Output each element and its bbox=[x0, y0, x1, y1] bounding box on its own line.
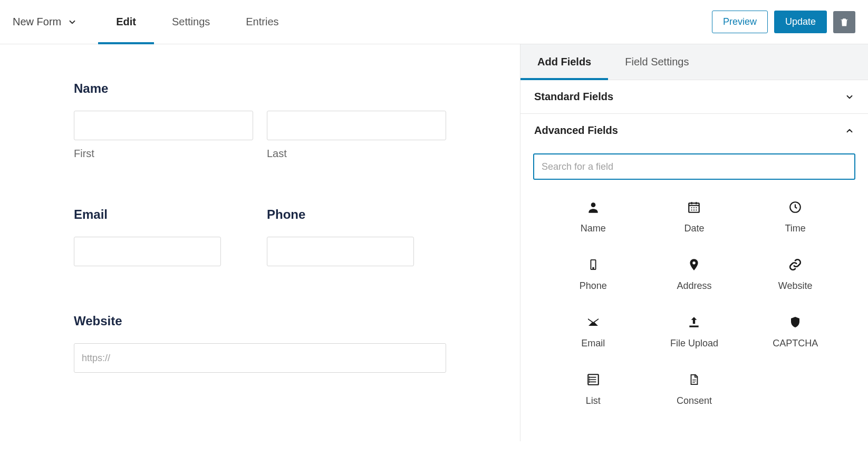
accordion-advanced-fields[interactable]: Advanced Fields bbox=[520, 114, 868, 147]
field-type-label: List bbox=[586, 395, 601, 406]
svg-point-6 bbox=[693, 209, 695, 210]
preview-button[interactable]: Preview bbox=[712, 11, 768, 33]
sidebar-tab-field-settings[interactable]: Field Settings bbox=[608, 44, 706, 80]
upload-icon bbox=[687, 315, 701, 330]
field-type-date[interactable]: Date bbox=[646, 190, 743, 244]
field-email[interactable]: Email bbox=[74, 207, 253, 266]
field-type-email[interactable]: Email bbox=[545, 305, 642, 359]
last-name-input[interactable] bbox=[267, 111, 446, 140]
field-website[interactable]: Website bbox=[74, 314, 446, 373]
clock-icon bbox=[788, 200, 803, 215]
tab-edit[interactable]: Edit bbox=[98, 0, 154, 44]
field-type-consent[interactable]: Consent bbox=[646, 363, 743, 416]
field-type-name[interactable]: Name bbox=[545, 190, 642, 244]
sidebar: Add Fields Field Settings Standard Field… bbox=[520, 44, 868, 441]
chevron-down-icon bbox=[845, 92, 854, 102]
update-button[interactable]: Update bbox=[774, 11, 827, 33]
chevron-down-icon bbox=[67, 17, 77, 27]
field-label: Phone bbox=[267, 207, 446, 222]
trash-icon bbox=[839, 17, 850, 27]
website-input[interactable] bbox=[74, 343, 446, 373]
chevron-up-icon bbox=[845, 126, 854, 135]
accordion-standard-fields[interactable]: Standard Fields bbox=[520, 80, 868, 114]
first-name-sublabel: First bbox=[74, 148, 253, 160]
first-name-input[interactable] bbox=[74, 111, 253, 140]
field-type-label: Consent bbox=[677, 395, 712, 406]
sidebar-tab-add-fields[interactable]: Add Fields bbox=[520, 44, 608, 80]
field-type-label: CAPTCHA bbox=[773, 338, 818, 349]
envelope-icon bbox=[586, 315, 601, 330]
form-title: New Form bbox=[13, 16, 61, 28]
svg-point-10 bbox=[593, 268, 594, 269]
field-label: Website bbox=[74, 314, 446, 328]
svg-point-11 bbox=[693, 261, 696, 264]
field-type-phone[interactable]: Phone bbox=[545, 248, 642, 301]
field-type-label: Website bbox=[778, 280, 813, 292]
svg-point-2 bbox=[691, 207, 692, 208]
link-icon bbox=[788, 257, 803, 272]
field-type-captcha[interactable]: CAPTCHA bbox=[747, 305, 844, 359]
field-type-file-upload[interactable]: File Upload bbox=[646, 305, 743, 359]
svg-point-7 bbox=[696, 209, 697, 210]
last-name-sublabel: Last bbox=[267, 148, 446, 160]
document-icon bbox=[687, 372, 701, 387]
delete-button[interactable] bbox=[833, 11, 855, 33]
pin-icon bbox=[687, 257, 701, 272]
shield-icon bbox=[788, 315, 803, 330]
field-name[interactable]: Name First Last bbox=[74, 81, 446, 160]
email-input[interactable] bbox=[74, 237, 221, 266]
svg-point-5 bbox=[691, 209, 692, 210]
field-label: Name bbox=[74, 81, 446, 96]
field-phone[interactable]: Phone bbox=[267, 207, 446, 266]
svg-point-15 bbox=[589, 382, 590, 382]
tab-settings[interactable]: Settings bbox=[154, 0, 228, 44]
field-type-label: Date bbox=[684, 223, 704, 234]
list-icon bbox=[586, 372, 601, 387]
field-type-label: File Upload bbox=[670, 338, 718, 349]
field-type-label: Name bbox=[581, 223, 606, 234]
field-type-label: Phone bbox=[580, 280, 607, 292]
user-icon bbox=[586, 200, 601, 215]
field-type-label: Address bbox=[677, 280, 711, 292]
phone-icon bbox=[586, 257, 601, 272]
svg-point-14 bbox=[589, 379, 590, 380]
calendar-icon bbox=[687, 200, 701, 215]
field-type-label: Time bbox=[785, 223, 805, 234]
field-type-label: Email bbox=[581, 338, 605, 349]
field-type-time[interactable]: Time bbox=[747, 190, 844, 244]
field-type-list[interactable]: List bbox=[545, 363, 642, 416]
svg-point-0 bbox=[591, 202, 595, 207]
svg-point-4 bbox=[696, 207, 697, 208]
tab-entries[interactable]: Entries bbox=[228, 0, 296, 44]
svg-point-3 bbox=[693, 207, 695, 208]
form-title-dropdown[interactable]: New Form bbox=[13, 16, 77, 28]
form-canvas: Name First Last Email Phone bbox=[0, 44, 520, 441]
main-nav-tabs: Edit Settings Entries bbox=[98, 0, 296, 44]
field-label: Email bbox=[74, 207, 253, 222]
field-type-website[interactable]: Website bbox=[747, 248, 844, 301]
field-type-address[interactable]: Address bbox=[646, 248, 743, 301]
phone-input[interactable] bbox=[267, 237, 414, 266]
field-search-input[interactable] bbox=[533, 153, 855, 180]
svg-point-13 bbox=[589, 377, 590, 377]
